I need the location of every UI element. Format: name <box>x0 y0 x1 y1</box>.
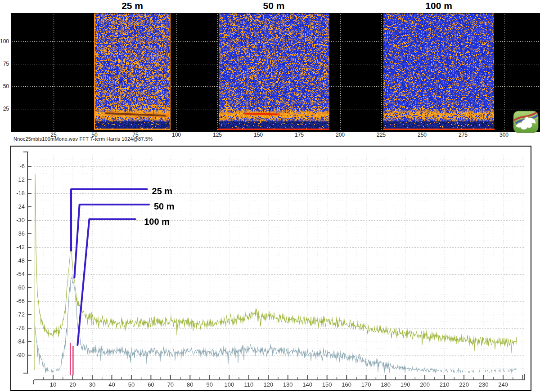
bat-sonogram-app-icon <box>513 111 539 133</box>
spectrum-chart: -6-12-18-24-30-36-42-48-54-60-66-72-78-8… <box>10 146 531 391</box>
spectrum-x-tick-label: 240 <box>498 381 508 388</box>
spectrogram-panel-title: 25 m <box>122 0 143 11</box>
spectrum-y-tick-label: -30 <box>12 217 25 223</box>
spectrum-x-tick-label: 180 <box>381 381 391 388</box>
spectrum-y-tick-label: -24 <box>12 203 25 210</box>
spectrum-x-tick-label: 10 <box>50 381 56 388</box>
spectrum-y-tick-label: -54 <box>12 271 25 277</box>
spectrum-y-tick-label: -18 <box>12 190 25 196</box>
spectrum-y-tick-label: -60 <box>12 284 25 291</box>
spectrum-y-tick-label: -72 <box>12 311 25 318</box>
spectrum-y-tick-label: -12 <box>12 176 25 183</box>
spectrogram-x-tick-label: 175 <box>295 132 304 138</box>
spectrogram-x-tick-label: 275 <box>459 132 468 138</box>
spectrum-x-tick-label: 40 <box>108 381 115 388</box>
spectrum-y-tick-label: -66 <box>12 298 25 304</box>
spectrum-x-tick-label: 220 <box>459 381 469 388</box>
spectrum-x-tick-label: 90 <box>207 381 213 388</box>
spectrum-x-tick-label: 230 <box>479 381 489 388</box>
spectrum-x-tick-label: 130 <box>283 381 293 388</box>
screen: 25 m50 m100 m 100755025 2550751001251501… <box>0 0 540 392</box>
analysis-caption: Nnoc25mbis100mMono.wav FFT 7-term Harris… <box>14 136 153 142</box>
spectrum-x-tick-label: 110 <box>244 381 253 388</box>
spectrogram-x-tick-label: 250 <box>418 132 427 138</box>
spectrum-x-tick-label: 190 <box>400 381 410 388</box>
spectrum-x-tick-label: 170 <box>361 381 371 388</box>
spectrogram-y-tick-label: 50 <box>0 83 9 89</box>
spectrum-y-tick-label: -6 <box>12 163 25 169</box>
spectrum-canvas <box>11 147 531 390</box>
spectrum-x-tick-label: 120 <box>263 381 273 388</box>
spectrum-x-tick-label: 20 <box>69 381 76 388</box>
spectrogram-y-tick-label: 75 <box>0 61 9 67</box>
distance-callout-label: 100 m <box>144 217 170 227</box>
spectrum-x-tick-label: 50 <box>128 381 135 388</box>
spectrogram-y-tick-label: 100 <box>0 38 9 45</box>
spectrogram-x-tick-label: 200 <box>336 132 345 138</box>
spectrum-y-tick-label: -78 <box>12 325 25 331</box>
spectrogram-x-tick-label: 300 <box>500 132 508 138</box>
spectrum-y-tick-label: -42 <box>12 244 25 250</box>
spectrogram-canvas <box>11 13 540 132</box>
spectrum-y-tick-label: -48 <box>12 257 25 264</box>
spectrum-x-tick-label: 140 <box>302 381 312 388</box>
spectrogram-x-tick-label: 150 <box>254 132 263 138</box>
spectrum-x-tick-label: 100 <box>224 381 234 388</box>
spectrum-x-tick-label: 210 <box>440 381 450 388</box>
spectrum-x-tick-label: 200 <box>420 381 430 388</box>
spectrum-x-tick-label: 70 <box>167 381 174 388</box>
spectrum-x-tick-label: 60 <box>148 381 154 388</box>
spectrum-x-tick-label: 80 <box>187 381 193 388</box>
spectrum-x-tick-label: 160 <box>342 381 351 388</box>
spectrogram-panel-title: 100 m <box>425 0 452 11</box>
distance-callout-label: 50 m <box>154 201 175 212</box>
spectrogram-panel-title: 50 m <box>263 0 284 11</box>
spectrum-y-tick-label: -36 <box>12 230 25 237</box>
spectrum-y-tick-label: -90 <box>12 352 25 358</box>
spectrogram-plot <box>11 13 540 132</box>
spectrum-x-tick-label: 30 <box>89 381 95 388</box>
spectrogram-y-tick-label: 25 <box>0 106 9 112</box>
spectrum-y-tick-label: -84 <box>12 338 25 345</box>
spectrogram-x-tick-label: 125 <box>213 132 222 138</box>
spectrum-x-tick-label: 150 <box>322 381 332 388</box>
spectrogram-x-tick-label: 100 <box>172 132 181 138</box>
distance-callout-label: 25 m <box>152 186 173 196</box>
spectrogram-x-tick-label: 225 <box>377 132 386 138</box>
